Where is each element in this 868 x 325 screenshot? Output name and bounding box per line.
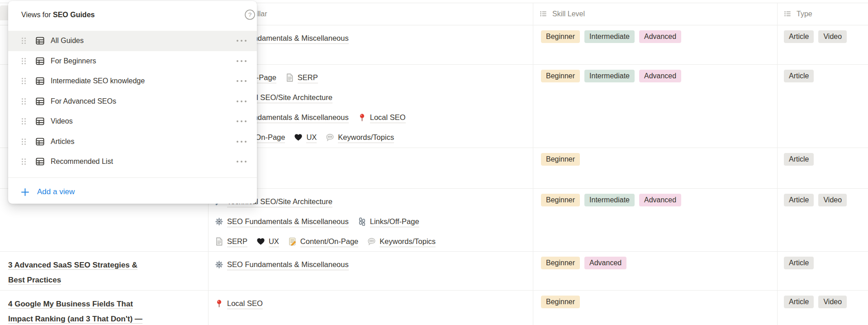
- drag-handle-icon[interactable]: [21, 138, 27, 145]
- skill-tag: Advanced: [639, 30, 681, 43]
- page-title-link[interactable]: Best Practices: [8, 272, 199, 287]
- menu-item-label: Intermediate SEO knowledge: [51, 77, 145, 85]
- table-row: 4 Google My Business Fields ThatImpact R…: [0, 291, 868, 325]
- table-view-icon: [35, 36, 45, 46]
- page-icon: [285, 73, 294, 82]
- relation-page-link[interactable]: Local SEO: [358, 112, 406, 123]
- help-icon[interactable]: ?: [244, 9, 256, 20]
- menu-item-label: Articles: [51, 138, 74, 146]
- views-menu-title: Views for SEO Guides: [21, 8, 95, 22]
- menu-item-label: Videos: [51, 117, 73, 125]
- table-view-icon: [35, 56, 45, 66]
- more-dots-icon[interactable]: [233, 156, 250, 167]
- relation-page-link[interactable]: Content/On-Page: [288, 236, 358, 247]
- relation-page-link[interactable]: Local SEO: [215, 298, 263, 309]
- type-cell[interactable]: Article: [777, 65, 868, 148]
- relation-page-link[interactable]: SEO Fundamentals & Miscellaneous: [215, 259, 349, 270]
- menu-item-view[interactable]: For Advanced SEOs: [8, 91, 257, 112]
- relation-page-link[interactable]: SERP: [285, 72, 318, 83]
- type-tag: Article: [784, 257, 814, 269]
- drag-handle-icon[interactable]: [21, 57, 27, 65]
- pillar-cell[interactable]: SEO Fundamentals & Miscellaneous: [208, 252, 533, 290]
- skill-tag: Beginner: [541, 194, 580, 206]
- relation-page-link[interactable]: Keywords/Topics: [326, 132, 394, 143]
- menu-divider: [8, 177, 257, 178]
- gear-icon: [215, 217, 223, 226]
- skill-tag: Beginner: [541, 70, 580, 82]
- menu-item-label: For Beginners: [51, 57, 96, 65]
- type-cell[interactable]: ArticleVideo: [777, 25, 868, 64]
- menu-item-view[interactable]: Recommended List: [8, 152, 257, 172]
- chains-icon: [358, 217, 366, 226]
- more-dots-icon[interactable]: [233, 96, 250, 107]
- header-label-skill-level: Skill Level: [552, 10, 585, 18]
- more-dots-icon[interactable]: [233, 55, 250, 67]
- relation-page-link[interactable]: SEO Fundamentals & Miscellaneous: [215, 216, 349, 227]
- drag-handle-icon[interactable]: [21, 97, 27, 105]
- drag-handle-icon[interactable]: [21, 77, 27, 85]
- menu-item-view[interactable]: Videos: [8, 111, 257, 132]
- svg-text:?: ?: [248, 11, 252, 18]
- more-dots-icon[interactable]: [233, 35, 250, 47]
- table-row: 3 Advanced SaaS SEO Strategies &Best Pra…: [0, 252, 868, 291]
- relation-page-link[interactable]: Links/Off-Page: [358, 216, 419, 227]
- relation-page-link[interactable]: UX: [294, 132, 317, 143]
- title-cell[interactable]: 4 Google My Business Fields ThatImpact R…: [0, 291, 208, 325]
- skill-level-cell[interactable]: BeginnerIntermediateAdvanced: [533, 25, 777, 64]
- skill-level-cell[interactable]: Beginner: [533, 291, 777, 325]
- speech-icon: [367, 237, 376, 246]
- skill-level-cell[interactable]: BeginnerAdvanced: [533, 252, 777, 290]
- menu-item-view[interactable]: Articles: [8, 132, 257, 152]
- type-tag: Video: [818, 30, 847, 43]
- page-title-link[interactable]: Impact Ranking (and 3 That Don't) —: [8, 311, 199, 325]
- type-cell[interactable]: ArticleVideo: [777, 189, 868, 251]
- pillar-cell[interactable]: Local SEO: [208, 291, 533, 325]
- skill-level-cell[interactable]: Beginner: [533, 148, 777, 188]
- header-label-type: Type: [797, 10, 812, 18]
- add-view-button[interactable]: Add a view: [8, 181, 257, 203]
- page-title-link[interactable]: 3 Advanced SaaS SEO Strategies &: [8, 258, 199, 272]
- more-dots-icon[interactable]: [233, 115, 250, 127]
- page-title-link[interactable]: 4 Google My Business Fields That: [8, 296, 199, 311]
- pin-icon: [358, 113, 366, 122]
- skill-tag: Beginner: [541, 30, 580, 43]
- relation-page-link[interactable]: UX: [256, 236, 279, 247]
- relation-page-link[interactable]: Keywords/Topics: [367, 236, 436, 247]
- more-dots-icon[interactable]: [233, 75, 250, 87]
- drag-handle-icon[interactable]: [21, 158, 27, 166]
- table-view-icon: [35, 137, 45, 146]
- menu-item-view[interactable]: All Guides: [8, 31, 257, 51]
- skill-tag: Advanced: [584, 257, 626, 269]
- title-cell[interactable]: 3 Advanced SaaS SEO Strategies &Best Pra…: [0, 252, 208, 290]
- list-property-icon: [540, 10, 548, 19]
- views-menu-items: All GuidesFor BeginnersIntermediate SEO …: [8, 31, 257, 172]
- views-menu-title-subject: SEO Guides: [53, 11, 95, 19]
- menu-item-label: All Guides: [51, 37, 84, 45]
- drag-handle-icon[interactable]: [21, 118, 27, 125]
- type-tag: Video: [818, 296, 847, 308]
- heart-icon: [294, 133, 303, 142]
- page-icon: [215, 237, 223, 246]
- type-cell[interactable]: Article: [777, 148, 868, 188]
- heart-icon: [256, 237, 265, 246]
- more-dots-icon[interactable]: [233, 136, 250, 148]
- speech-icon: [326, 133, 334, 142]
- type-tag: Article: [784, 296, 814, 308]
- list-property-icon: [784, 10, 792, 19]
- menu-item-view[interactable]: Intermediate SEO knowledge: [8, 71, 257, 91]
- type-cell[interactable]: ArticleVideo: [777, 291, 868, 325]
- type-tag: Article: [784, 194, 814, 206]
- skill-level-cell[interactable]: BeginnerIntermediateAdvanced: [533, 65, 777, 148]
- skill-tag: Beginner: [541, 257, 580, 269]
- skill-level-cell[interactable]: BeginnerIntermediateAdvanced: [533, 189, 777, 251]
- pin-icon: [215, 299, 223, 308]
- skill-tag: Advanced: [639, 194, 681, 206]
- drag-handle-icon[interactable]: [21, 37, 27, 45]
- type-cell[interactable]: Article: [777, 252, 868, 290]
- menu-item-view[interactable]: For Beginners: [8, 51, 257, 72]
- notion-database-screen: Pillar Skill Level Type SEO Fundamentals…: [0, 0, 868, 325]
- relation-page-link[interactable]: SERP: [215, 236, 247, 247]
- table-header-skill-level[interactable]: Skill Level: [540, 3, 585, 25]
- table-header-type[interactable]: Type: [784, 3, 812, 25]
- skill-tag: Beginner: [541, 296, 580, 308]
